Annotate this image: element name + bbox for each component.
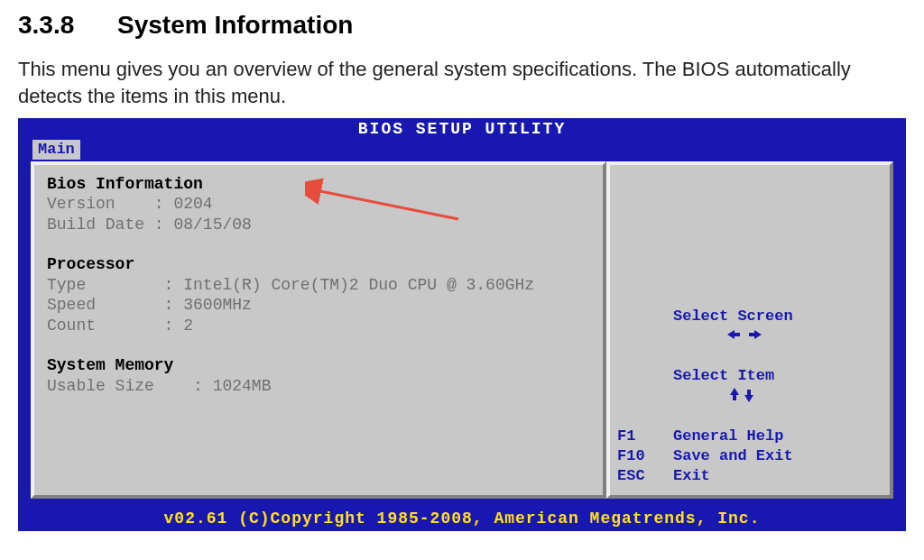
processor-count-value: 2 [183,317,193,335]
doc-intro-text: This menu gives you an overview of the g… [18,56,884,109]
help-f10-key: F10 [617,446,673,466]
help-esc: ESC Exit [617,466,793,486]
help-esc-key: ESC [617,466,673,486]
bios-builddate-row: Build Date : 08/15/08 [47,215,590,235]
memory-usable-value: 1024MB [213,377,272,395]
help-f1-key: F1 [617,427,673,446]
memory-usable-label: Usable Size : [47,377,213,395]
memory-usable-row: Usable Size : 1024MB [47,376,590,397]
bios-builddate-value: 08/15/08 [173,216,251,234]
bios-version-label: Version : [47,195,173,213]
bios-builddate-label: Build Date : [47,216,173,234]
bios-version-value: 0204 [173,195,212,213]
help-block: Select Screen Select Item F1 General Hel… [617,307,793,486]
processor-count-label: Count : [47,317,183,335]
bios-body: Bios Information Version : 0204 Build Da… [18,161,906,508]
doc-section-heading: 3.3.8System Information [18,11,906,40]
bios-footer: v02.61 (C)Copyright 1985-2008, American … [18,508,906,531]
processor-type-row: Type : Intel(R) Core(TM)2 Duo CPU @ 3.60… [47,275,590,296]
bios-title: BIOS SETUP UTILITY [18,118,906,140]
spacer [47,234,590,254]
processor-type-label: Type : [47,276,183,294]
help-f1: F1 General Help [617,427,793,446]
doc-section-title: System Information [117,11,353,39]
help-f1-label: General Help [673,427,783,446]
section-system-memory: System Memory [47,355,590,376]
help-esc-label: Exit [673,466,710,486]
doc-section-number: 3.3.8 [18,11,117,40]
arrow-left-right-icon [617,307,673,366]
processor-count-row: Count : 2 [47,316,590,336]
bios-main-panel: Bios Information Version : 0204 Build Da… [31,161,606,499]
processor-type-value: Intel(R) Core(TM)2 Duo CPU @ 3.60GHz [183,276,534,294]
section-bios-information: Bios Information [47,174,590,195]
help-select-screen-label: Select Screen [673,307,793,366]
help-select-item: Select Item [617,366,793,426]
bios-window: BIOS SETUP UTILITY Main Bios Information… [18,118,906,531]
bios-tabbar: Main [18,140,906,161]
processor-speed-row: Speed : 3600MHz [47,295,590,316]
arrow-up-down-icon [617,366,673,426]
help-f10: F10 Save and Exit [617,446,793,466]
spacer [47,335,590,355]
bios-help-panel: Select Screen Select Item F1 General Hel… [606,161,893,499]
help-f10-label: Save and Exit [673,446,793,466]
processor-speed-value: 3600MHz [183,296,252,314]
processor-speed-label: Speed : [47,296,183,314]
help-select-screen: Select Screen [617,307,793,366]
bios-version-row: Version : 0204 [47,194,590,215]
tab-main[interactable]: Main [32,140,80,160]
section-processor: Processor [47,254,590,275]
help-select-item-label: Select Item [673,366,774,426]
